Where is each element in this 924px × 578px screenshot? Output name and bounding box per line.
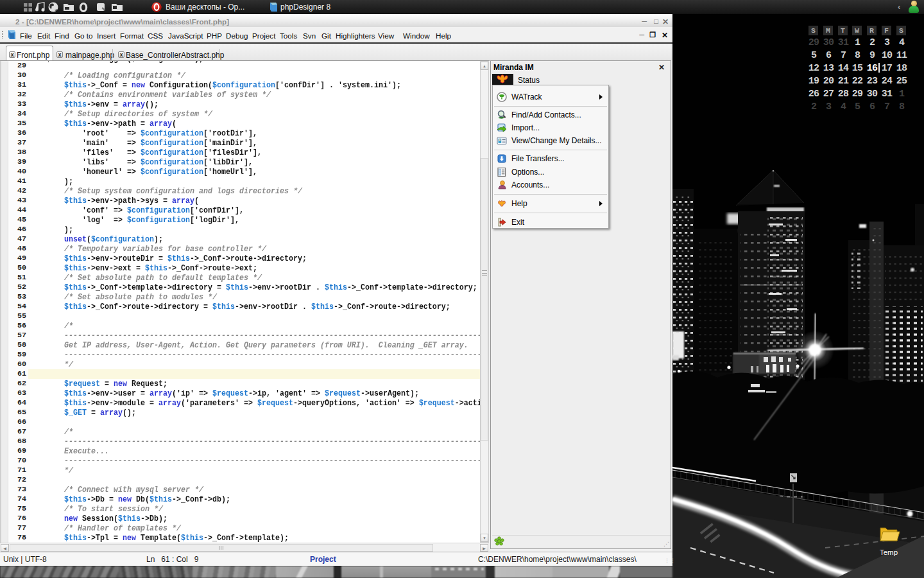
svg-text:Temp: Temp: [880, 548, 898, 556]
